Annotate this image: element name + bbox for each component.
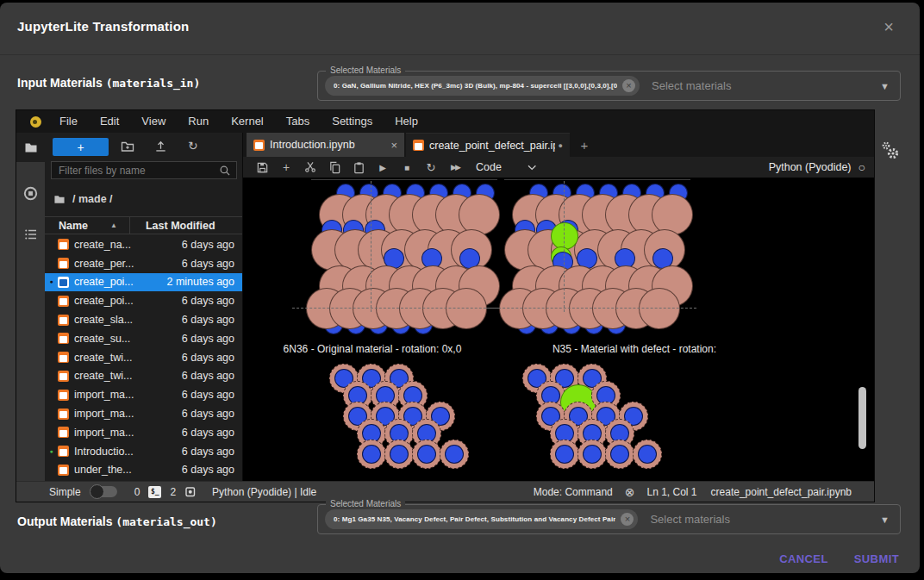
column-header-modified[interactable]: Last Modified [146,220,215,232]
running-kernels-tab[interactable] [16,186,45,201]
file-filter-input[interactable] [52,165,219,177]
file-modified: 6 days ago [182,370,242,382]
jupyter-main: + ↻ / made / [16,133,874,481]
file-row[interactable]: create_poi...6 days ago [45,291,242,310]
file-name: import_ma... [74,427,134,439]
terminal-icon: $_ [148,486,161,498]
close-icon[interactable]: × [883,18,894,35]
notebook-icon-page [255,142,263,149]
file-row[interactable]: import_ma...6 days ago [45,385,242,404]
material-chip[interactable]: 0: Mg1 Ga35 N35, Vacancy Defect, Pair De… [325,509,638,529]
chevron-down-icon[interactable] [528,165,537,171]
input-materials-select[interactable]: Selected Materials 0: GaN, Gallium Nitri… [317,71,901,101]
mode-indicator: Mode: Command [534,486,613,498]
file-row[interactable]: create_twi...6 days ago [45,348,242,367]
menu-item-run[interactable]: Run [177,110,220,133]
notebook-output-area: 6N36 - Original material - rotation: 0x,… [243,178,874,481]
atom-ring [605,440,634,469]
kernel-status-circle-icon[interactable]: ○ [858,161,865,173]
atom-core [417,445,436,464]
cut-cells-button[interactable] [303,161,317,173]
status-filename: create_point_defect_pair.ipynb [711,486,852,498]
kernel-chip-icon [184,486,197,498]
selected-dot-icon: ● [45,278,58,286]
new-launcher-button[interactable]: + [53,138,109,156]
file-row[interactable]: create_sla...6 days ago [45,310,242,329]
notebook-icon [58,408,69,420]
tab-introduction[interactable]: Introduction.ipynb × [247,133,404,157]
cancel-button[interactable]: CANCEL [779,552,828,565]
column-header-name[interactable]: Name [59,220,88,232]
chevron-down-icon[interactable]: ▼ [880,81,890,91]
unsaved-dot-icon: ● [559,141,563,150]
tab-close-icon[interactable]: × [390,139,397,152]
chip-remove-icon[interactable]: × [622,79,635,92]
file-browser-tab[interactable] [16,133,45,162]
notebook-icon [58,296,69,307]
material-chip[interactable]: 0: GaN, Gallium Nitride, HEX (P6_3mc) 3D… [325,76,640,96]
toggle-knob [90,484,104,499]
notebook-icon-page [59,279,67,286]
list-icon [24,228,38,241]
notebook-icon [58,277,69,288]
atom-ring [550,440,579,469]
status-bar: Simple 0 $_ 2 Python (Pyodide) | Idle Mo… [16,481,874,502]
file-name: create_twi... [74,352,132,364]
jupyterlite-transformation-dialog: JupyterLite Transformation × Input Mater… [0,3,920,573]
file-modified: 6 days ago [182,333,242,345]
file-row[interactable]: under_the...6 days ago [45,461,242,480]
file-row[interactable]: ●create_poi...2 minutes ago [45,273,242,292]
scrollbar-thumb[interactable] [858,387,866,449]
new-tab-button[interactable]: + [574,135,595,155]
document-area: Introduction.ipynb × create_point_defect… [243,133,874,481]
table-of-contents-tab[interactable] [16,228,45,241]
run-cell-button[interactable]: ▶ [376,163,390,172]
file-row[interactable]: create_na...6 days ago [45,235,242,254]
copy-cells-button[interactable] [328,161,341,174]
upload-button[interactable] [154,140,167,154]
menu-item-help[interactable]: Help [384,110,429,133]
menu-item-settings[interactable]: Settings [321,110,384,133]
simple-mode-toggle[interactable] [91,486,117,497]
file-row[interactable]: import_ma...6 days ago [45,423,242,442]
restart-kernel-button[interactable]: ↻ [424,161,438,174]
file-row[interactable]: import_ma...6 days ago [45,404,242,423]
breadcrumb[interactable]: / made / [53,193,113,205]
kernel-name[interactable]: Python (Pyodide) [769,161,852,173]
notebook-icon [58,446,69,457]
add-cell-button[interactable]: + [279,160,293,174]
menu-item-edit[interactable]: Edit [89,110,130,133]
menu-item-file[interactable]: File [48,110,89,133]
menu-item-view[interactable]: View [130,110,177,133]
chip-remove-icon[interactable]: × [621,513,634,526]
save-button[interactable] [255,161,269,174]
restart-run-all-button[interactable]: ▶▶ [448,163,462,172]
file-modified: 6 days ago [182,408,242,420]
notebook-icon [58,465,69,476]
menu-items: FileEditViewRunKernelTabsSettingsHelp [48,110,429,133]
file-row[interactable]: create_per...6 days ago [45,254,242,273]
menu-item-kernel[interactable]: Kernel [220,110,275,133]
atom-core [362,445,381,464]
simple-mode-label: Simple [49,486,81,498]
file-row[interactable]: create_twi...6 days ago [45,367,242,386]
new-folder-button[interactable] [121,140,134,154]
notebook-icon-page [59,467,67,474]
submit-button[interactable]: SUBMIT [854,552,899,565]
file-name: Introductio... [74,446,134,458]
chevron-down-icon[interactable]: ▼ [880,515,890,525]
file-name: create_poi... [74,276,134,288]
output-materials-select[interactable]: Selected Materials 0: Mg1 Ga35 N35, Vaca… [317,504,901,534]
notebook-icon-page [59,336,67,343]
paste-cells-button[interactable] [352,161,365,174]
tab-create-point-defect-pair[interactable]: create_point_defect_pair.ip ● [406,133,570,157]
interrupt-kernel-button[interactable]: ■ [400,163,414,172]
file-row[interactable]: create_su...6 days ago [45,329,242,348]
settings-gears-icon[interactable] [878,139,902,166]
refresh-button[interactable]: ↻ [188,140,198,152]
file-modified: 6 days ago [182,389,242,401]
atom-ring [357,440,386,469]
cell-type-dropdown[interactable]: Code [476,161,502,173]
menu-item-tabs[interactable]: Tabs [275,110,321,133]
file-row[interactable]: ●Introductio...6 days ago [45,442,242,461]
